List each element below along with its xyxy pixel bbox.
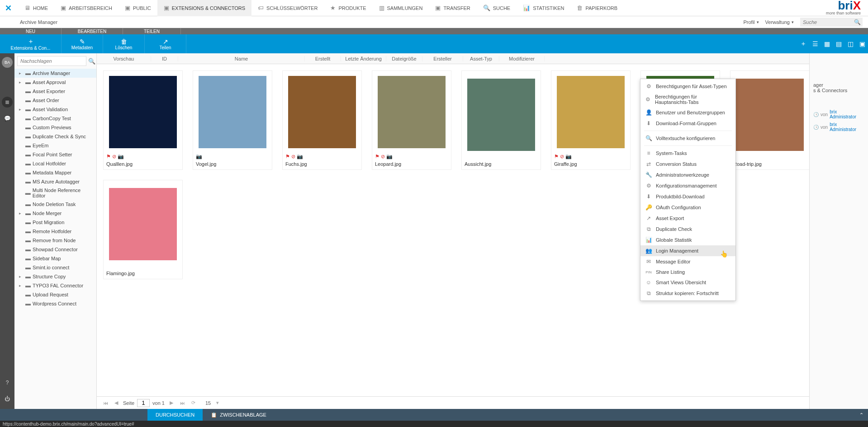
menu-item[interactable]: 👥Login Management bbox=[640, 245, 735, 256]
tree-item[interactable]: ▬Metadata Mapper bbox=[14, 168, 96, 177]
menu-item[interactable]: ⬇Produktbild-Download bbox=[640, 191, 735, 202]
tree-item[interactable]: ▬MS Azure Autotagger bbox=[14, 177, 96, 186]
nav-tab-arbeitsbereich[interactable]: ▣ARBEITSBEREICH bbox=[54, 0, 119, 16]
tree-item[interactable]: ▸▬Archive Manager bbox=[14, 69, 96, 78]
durchsuchen-tab[interactable]: DURCHSUCHEN bbox=[147, 409, 203, 421]
tree-item[interactable]: ▬Remove from Node bbox=[14, 236, 96, 245]
page-last-icon[interactable]: ⏭ bbox=[178, 400, 186, 406]
nav-tab-statistiken[interactable]: 📊STATISTIKEN bbox=[517, 0, 570, 16]
column-header[interactable]: Letzte Änderung bbox=[341, 56, 386, 61]
global-search-input[interactable] bbox=[800, 18, 863, 27]
asset-card[interactable]: Aussicht.jpg bbox=[461, 70, 541, 170]
asset-card[interactable]: Road-trip.jpg bbox=[730, 70, 810, 170]
asset-card[interactable]: ⚑⊘📷Giraffe.jpg bbox=[551, 70, 631, 170]
asset-card[interactable]: ⚑⊘📷Qualllen.jpg bbox=[103, 70, 183, 170]
tree-item[interactable]: ▬Post Migration bbox=[14, 218, 96, 227]
menu-item[interactable]: ⚙Berechtigungen für Asset-Typen bbox=[640, 81, 735, 92]
tree-item[interactable]: ▸▬Node Merger bbox=[14, 209, 96, 218]
nav-tab-extensions-connectors[interactable]: ▣EXTENSIONS & CONNECTORS bbox=[157, 0, 251, 16]
tree-item[interactable]: ▸▬Asset Approval bbox=[14, 78, 96, 87]
page-next-icon[interactable]: ▶ bbox=[167, 400, 175, 406]
page-prev-icon[interactable]: ◀ bbox=[112, 400, 120, 406]
menu-item[interactable]: 👤Benutzer und Benutzergruppen bbox=[640, 107, 735, 118]
column-header[interactable]: Dateigröße bbox=[386, 56, 422, 61]
tree-search-input[interactable] bbox=[17, 56, 86, 66]
nav-tab-sammlungen[interactable]: ▥SAMMLUNGEN bbox=[373, 0, 429, 16]
tree-item[interactable]: ▬Upload Request bbox=[14, 290, 96, 299]
nav-tab-papierkorb[interactable]: 🗑PAPIERKORB bbox=[570, 0, 624, 16]
view-grid-icon[interactable]: ▦ bbox=[821, 34, 833, 53]
metadata-button[interactable]: ✎Metadaten bbox=[62, 34, 103, 53]
page-input[interactable] bbox=[137, 399, 150, 407]
menu-item[interactable]: ≡System-Tasks bbox=[640, 148, 735, 159]
menu-item[interactable]: ☺Smart Views Übersicht bbox=[640, 277, 735, 288]
menu-item[interactable]: PINShare Listing bbox=[640, 267, 735, 277]
expand-up-icon[interactable]: ⌃ bbox=[855, 412, 868, 418]
column-header[interactable]: ID bbox=[151, 56, 178, 61]
menu-item[interactable]: ⬇Download-Format-Gruppen bbox=[640, 118, 735, 129]
tree-item[interactable]: ▸▬Asset Validation bbox=[14, 105, 96, 114]
column-header[interactable]: Ersteller bbox=[422, 56, 463, 61]
menu-item[interactable]: 🔑OAuth Configuration bbox=[640, 202, 735, 213]
share-button[interactable]: ↗Teilen bbox=[145, 34, 186, 53]
help-icon[interactable]: ? bbox=[2, 377, 13, 388]
tree-item[interactable]: ▬CarbonCopy Test bbox=[14, 114, 96, 123]
menu-item[interactable]: ⧉Struktur kopieren: Fortschritt bbox=[640, 288, 735, 299]
menu-item[interactable]: ⚙Konfigurationsmanagement bbox=[640, 180, 735, 191]
nav-tab-home[interactable]: 🖥HOME bbox=[18, 0, 54, 16]
page-refresh-icon[interactable]: ⟳ bbox=[189, 400, 197, 406]
menu-item[interactable]: ⇄Conversion Status bbox=[640, 159, 735, 169]
tree-item[interactable]: ▬Smint.io connect bbox=[14, 263, 96, 272]
asset-card[interactable]: Flamingo.jpg bbox=[103, 180, 183, 279]
tree-item[interactable]: ▬Duplicate Check & Sync bbox=[14, 132, 96, 141]
tree-search-icon[interactable]: 🔍 bbox=[88, 58, 95, 65]
menu-item[interactable]: 🔍Volltextsuche konfigurieren bbox=[640, 133, 735, 144]
add-panel-button[interactable]: ＋ bbox=[797, 34, 809, 53]
column-header[interactable]: Modifizierer bbox=[499, 56, 545, 61]
nav-tab-produkte[interactable]: ★PRODUKTE bbox=[324, 0, 372, 16]
avatar-icon[interactable]: BA bbox=[2, 57, 13, 68]
menu-item[interactable]: ✉Message Editor bbox=[640, 256, 735, 267]
nav-tab-schl-sselw-rter[interactable]: 🏷SCHLÜSSELWÖRTER bbox=[251, 0, 324, 16]
tree-item[interactable]: ▬Asset Exporter bbox=[14, 87, 96, 96]
tree-item[interactable]: ▬Custom Previews bbox=[14, 123, 96, 132]
tree-item[interactable]: ▬Showpad Connector bbox=[14, 245, 96, 254]
app-logo-icon[interactable]: ✕ bbox=[4, 4, 13, 13]
column-header[interactable]: Name bbox=[178, 56, 305, 61]
tree-item[interactable]: ▬Focal Point Setter bbox=[14, 150, 96, 159]
menu-item[interactable]: ⚙Berechtigungen für Hauptansichts-Tabs bbox=[640, 92, 735, 107]
asset-card[interactable]: ⚑⊘📷Leopard.jpg bbox=[372, 70, 451, 170]
tree-item[interactable]: ▬Sidebar Map bbox=[14, 254, 96, 263]
menu-item[interactable]: 📊Globale Statistik bbox=[640, 235, 735, 245]
creator-link[interactable]: brix Administrator bbox=[830, 109, 864, 119]
tree-item[interactable]: ▸▬TYPO3 FAL Connector bbox=[14, 281, 96, 290]
column-header[interactable]: Vorschau bbox=[97, 56, 151, 61]
asset-card[interactable]: ⚑⊘📷Fuchs.jpg bbox=[282, 70, 362, 170]
search-icon[interactable]: 🔍 bbox=[854, 19, 861, 25]
nav-tab-public[interactable]: ▣PUBLIC bbox=[119, 0, 157, 16]
view-compact-icon[interactable]: ▤ bbox=[833, 34, 844, 53]
column-header[interactable]: Erstellt bbox=[305, 56, 341, 61]
menu-item[interactable]: ⧉Duplicate Check bbox=[640, 224, 735, 235]
view-split-icon[interactable]: ◫ bbox=[844, 34, 856, 53]
tree-item[interactable]: ▸▬Structure Copy bbox=[14, 272, 96, 281]
view-detail-icon[interactable]: ▣ bbox=[856, 34, 868, 53]
profil-dropdown[interactable]: Profil ▾ bbox=[744, 19, 759, 25]
page-first-icon[interactable]: ⏮ bbox=[101, 400, 109, 406]
modifier-link[interactable]: brix Administrator bbox=[830, 122, 864, 132]
nav-tab-suche[interactable]: 🔍SUCHE bbox=[477, 0, 517, 16]
tree-item[interactable]: ▬Asset Order bbox=[14, 96, 96, 105]
asset-card[interactable]: 📷Vogel.jpg bbox=[193, 70, 272, 170]
verwaltung-dropdown[interactable]: Verwaltung ▾ bbox=[765, 19, 794, 25]
tree-item[interactable]: ▬EyeEm bbox=[14, 141, 96, 150]
menu-item[interactable]: ↗Asset Export bbox=[640, 213, 735, 224]
delete-button[interactable]: 🗑Löschen bbox=[103, 34, 145, 53]
chat-icon[interactable]: 💬 bbox=[2, 113, 13, 124]
tree-item[interactable]: ▬Multi Node Reference Editor bbox=[14, 186, 96, 200]
column-header[interactable]: Asset-Typ bbox=[463, 56, 499, 61]
menu-item[interactable]: 🔧Administratorwerkzeuge bbox=[640, 169, 735, 180]
layers-icon[interactable]: ≣ bbox=[2, 97, 13, 108]
view-list-icon[interactable]: ☰ bbox=[809, 34, 821, 53]
tree-item[interactable]: ▬Node Deletion Task bbox=[14, 200, 96, 209]
nav-tab-transfer[interactable]: ▣TRANSFER bbox=[429, 0, 476, 16]
